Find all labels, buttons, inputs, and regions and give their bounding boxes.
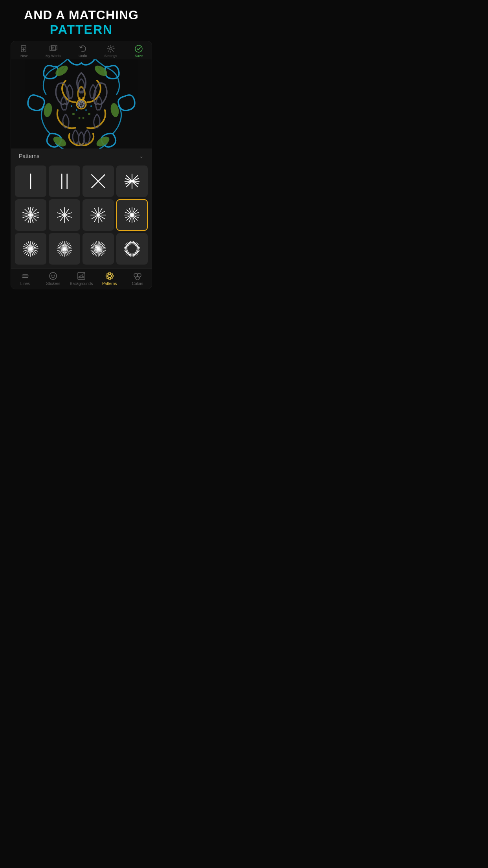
svg-point-43	[80, 103, 83, 105]
pattern-cell-3[interactable]	[116, 166, 148, 197]
pattern-grid	[11, 163, 152, 268]
toolbar-undo[interactable]: Undo	[79, 44, 87, 58]
svg-point-28	[85, 109, 87, 111]
toolbar: New My Works Undo Settings	[11, 41, 152, 59]
toolbar-new[interactable]: New	[20, 44, 28, 58]
toolbar-my-works[interactable]: My Works	[46, 44, 61, 58]
nav-item-patterns[interactable]: Patterns	[95, 271, 124, 286]
pattern-cell-10[interactable]	[83, 233, 114, 265]
nav-item-lines[interactable]: Lines	[11, 271, 39, 286]
nav-label-backgrounds: Backgrounds	[70, 281, 93, 286]
pattern-cell-9[interactable]	[49, 233, 80, 265]
svg-point-25	[71, 105, 72, 107]
patterns-header: Patterns ⌄	[11, 149, 152, 163]
svg-point-209	[50, 272, 57, 280]
mandala-display	[11, 59, 152, 149]
nav-label-stickers: Stickers	[46, 281, 61, 286]
patterns-section: Patterns ⌄	[11, 149, 152, 268]
pattern-cell-4[interactable]	[15, 199, 46, 231]
pattern-cell-7[interactable]	[116, 199, 148, 231]
nav-item-backgrounds[interactable]: Backgrounds	[67, 271, 95, 286]
nav-item-colors[interactable]: Colors	[123, 271, 152, 286]
svg-point-210	[51, 275, 53, 276]
pattern-cell-0[interactable]	[15, 166, 46, 197]
toolbar-settings[interactable]: Settings	[105, 44, 117, 58]
svg-point-8	[110, 48, 112, 50]
svg-point-32	[83, 117, 84, 119]
svg-point-26	[90, 105, 92, 107]
svg-point-9	[135, 45, 142, 52]
svg-point-218	[106, 273, 108, 275]
pattern-cell-2[interactable]	[83, 166, 114, 197]
nav-label-colors: Colors	[132, 281, 143, 286]
nav-item-stickers[interactable]: Stickers	[39, 271, 68, 286]
svg-point-29	[72, 113, 75, 115]
pattern-cell-6[interactable]	[83, 199, 114, 231]
bottom-nav: Lines Stickers Backgrounds	[11, 268, 152, 289]
header-line1: AND A MATCHING	[8, 8, 155, 22]
app-frame: New My Works Undo Settings	[11, 41, 152, 289]
svg-point-220	[110, 273, 112, 275]
svg-point-211	[54, 275, 55, 276]
svg-point-27	[76, 109, 77, 111]
pattern-cell-5[interactable]	[49, 199, 80, 231]
header-section: AND A MATCHING PATTERN	[0, 0, 163, 41]
pattern-cell-1[interactable]	[49, 166, 80, 197]
svg-point-219	[110, 277, 112, 279]
patterns-title: Patterns	[19, 153, 39, 159]
svg-point-205	[126, 243, 138, 255]
chevron-down-icon[interactable]: ⌄	[139, 153, 144, 159]
nav-label-patterns: Patterns	[102, 281, 117, 286]
svg-point-221	[106, 277, 108, 279]
pattern-cell-8[interactable]	[15, 233, 46, 265]
canvas-area	[11, 59, 152, 149]
header-line2: PATTERN	[8, 22, 155, 37]
pattern-cell-11[interactable]	[116, 233, 148, 265]
svg-point-31	[79, 117, 81, 119]
toolbar-save[interactable]: Save	[134, 44, 143, 58]
nav-label-lines: Lines	[20, 281, 30, 286]
svg-point-30	[88, 113, 90, 115]
